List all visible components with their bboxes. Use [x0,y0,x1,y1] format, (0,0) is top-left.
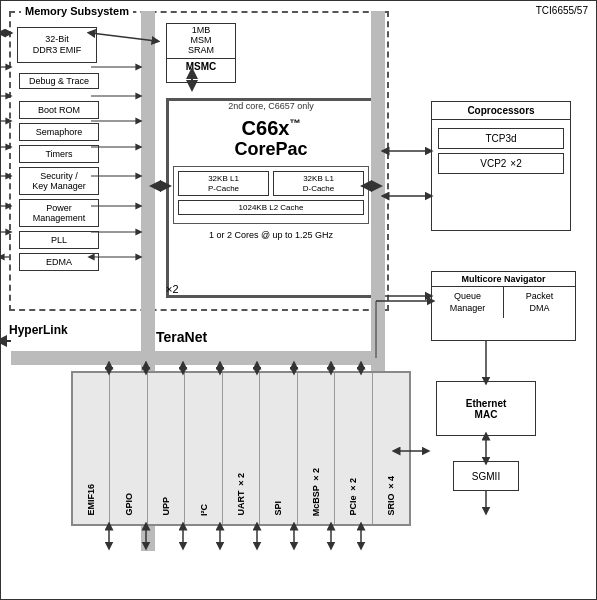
corepac-inner-box: 32KB L1P-Cache 32KB L1D-Cache 1024KB L2 … [173,166,369,224]
edma-box: EDMA [19,253,99,271]
corepac-title-area: C66x™ CorePac [169,111,373,162]
timers-box: Timers [19,145,99,163]
memory-subsystem-label: Memory Subsystem [21,5,133,17]
teranet-bar-right [371,11,385,391]
upp-label: UPP [161,497,171,516]
corepac-freq-label: 1 or 2 Cores @ up to 1.25 GHz [169,228,373,242]
gpio-box: GPIO [110,373,147,524]
uart-label: UART ×2 [236,473,246,516]
srio-label: SRIO ×4 [386,476,396,516]
packet-dma-box: PacketDMA [504,287,575,318]
corepac-outer-box: 2nd core, C6657 only C66x™ CorePac 32KB … [166,98,376,298]
vcp2-times-label: ×2 [510,158,521,169]
ddr3-emif-label: 32-BitDDR3 EMIF [33,34,82,56]
msmc-area: 1MBMSMSRAM MSMC [166,23,236,83]
hyperlink-label: HyperLink [9,323,68,337]
multicore-navigator-label: Multicore Navigator [432,272,575,287]
security-key-box: Security /Key Manager [19,167,99,195]
spi-label: SPI [273,501,283,516]
ddr3-emif-box: 32-BitDDR3 EMIF [17,27,97,63]
corepac-subtitle: CorePac [173,139,369,160]
l1d-cache-box: 32KB L1D-Cache [273,171,364,196]
uart-box: UART ×2 [223,373,260,524]
memory-subsystem-box: Memory Subsystem 32-BitDDR3 EMIF 1MBMSMS… [9,11,389,311]
second-core-note: 2nd core, C6657 only [169,101,373,111]
gpio-label: GPIO [124,493,134,516]
corepac-title: C66x™ [173,117,369,139]
msm-sram-label: 1MBMSMSRAM [167,24,235,59]
left-sidebar: Boot ROM Semaphore Timers Security /Key … [19,73,99,275]
corepac-times-label: ×2 [166,283,179,295]
power-mgmt-box: PowerManagement [19,199,99,227]
coprocessors-box: Coprocessors TCP3d VCP2 ×2 [431,101,571,231]
mcbsp-box: McBSP ×2 [298,373,335,524]
spi-box: SPI [260,373,297,524]
multicore-navigator-box: Multicore Navigator QueueManager PacketD… [431,271,576,341]
tci-label: TCI6655/57 [536,5,588,16]
l1p-cache-box: 32KB L1P-Cache [178,171,269,196]
upp-box: UPP [148,373,185,524]
pcie-label: PCIe ×2 [348,478,358,516]
multicore-nav-inner: QueueManager PacketDMA [432,287,575,318]
emif16-label: EMIF16 [86,484,96,516]
pll-box: PLL [19,231,99,249]
peripheral-row: EMIF16 GPIO UPP I²C UART ×2 SPI McBSP ×2… [71,371,411,526]
srio-box: SRIO ×4 [373,373,409,524]
emif16-box: EMIF16 [73,373,110,524]
l2-cache-box: 1024KB L2 Cache [178,200,364,215]
vcp2-box: VCP2 ×2 [438,153,564,174]
svg-rect-27 [11,351,376,365]
boot-rom-box: Boot ROM [19,101,99,119]
queue-manager-box: QueueManager [432,287,504,318]
corepac-cache-row: 32KB L1P-Cache 32KB L1D-Cache [178,171,364,196]
coprocessors-label: Coprocessors [432,102,570,120]
tcp3d-box: TCP3d [438,128,564,149]
mcbsp-label: McBSP ×2 [311,468,321,516]
i2c-label: I²C [199,504,209,516]
vcp2-label: VCP2 [480,158,506,169]
corepac-c66x-label: C66x™ [242,117,301,139]
i2c-box: I²C [185,373,222,524]
sgmii-box: SGMII [453,461,519,491]
pcie-box: PCIe ×2 [335,373,372,524]
msmc-label: MSMC [167,59,235,74]
ethernet-mac-label: EthernetMAC [466,398,507,420]
semaphore-box: Semaphore [19,123,99,141]
diagram-container: TCI6655/57 Memory Subsystem 32-BitDDR3 E… [0,0,597,600]
teranet-label: TeraNet [156,329,207,345]
ethernet-mac-box: EthernetMAC [436,381,536,436]
